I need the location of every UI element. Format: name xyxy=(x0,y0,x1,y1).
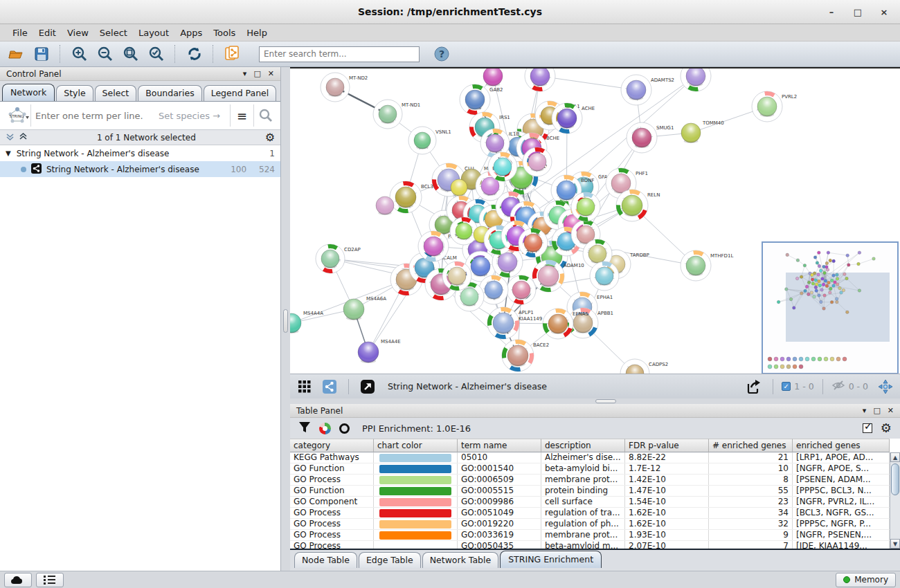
tab-style[interactable]: Style xyxy=(56,85,93,101)
hidden-eye-icon[interactable] xyxy=(831,380,845,393)
table-row[interactable]: GO FunctionGO:0001540beta-amyloid bi...1… xyxy=(290,463,900,475)
string-query-input[interactable] xyxy=(35,111,159,121)
network-node[interactable]: MS4A4E xyxy=(358,339,401,363)
panel-float-icon[interactable]: □ xyxy=(873,406,880,415)
table-row[interactable]: GO ProcessGO:0051049regulation of tra...… xyxy=(290,508,900,519)
zoom-out-icon[interactable] xyxy=(95,44,116,64)
scroll-up-icon[interactable]: ▲ xyxy=(890,452,900,462)
tab-string-enrichment[interactable]: STRING Enrichment xyxy=(500,551,602,568)
network-node[interactable]: BCL3 xyxy=(390,181,433,213)
menu-item-help[interactable]: Help xyxy=(241,26,273,40)
select-all-icon[interactable] xyxy=(863,423,872,433)
selected-checkbox-icon[interactable]: ✓ xyxy=(782,382,791,391)
horizontal-splitter[interactable] xyxy=(290,398,900,404)
string-logo-icon[interactable]: STRING xyxy=(3,104,31,127)
network-node[interactable]: TOMM40 xyxy=(681,120,724,143)
task-list-icon[interactable] xyxy=(36,573,64,587)
panel-close-icon[interactable]: ✕ xyxy=(888,406,894,415)
menu-item-layout[interactable]: Layout xyxy=(133,26,174,40)
splitter-handle[interactable] xyxy=(595,399,616,403)
zoom-fit-icon[interactable] xyxy=(120,44,141,64)
table-row[interactable]: GO ProcessGO:0050435beta-amyloid m...2.0… xyxy=(290,541,900,549)
filter-funnel-icon[interactable] xyxy=(298,421,311,436)
network-node[interactable]: GAB2 xyxy=(460,84,503,115)
menu-item-apps[interactable]: Apps xyxy=(174,26,208,40)
tab-node-table[interactable]: Node Table xyxy=(294,552,357,568)
share-blue-icon[interactable] xyxy=(319,377,340,396)
import-network-icon[interactable] xyxy=(222,44,243,64)
string-options-menu-icon[interactable]: ≡ xyxy=(230,104,253,127)
open-folder-icon[interactable] xyxy=(6,44,26,64)
network-panel-gear-icon[interactable]: ⚙ xyxy=(265,132,275,143)
column-header-3[interactable]: term name xyxy=(458,439,541,452)
help-icon[interactable]: ? xyxy=(431,44,452,64)
panel-collapse-icon[interactable]: ▾ xyxy=(863,406,867,415)
network-node[interactable]: PVRL2 xyxy=(752,91,797,122)
network-node[interactable]: ADAMTS2 xyxy=(621,75,674,105)
zoom-in-icon[interactable] xyxy=(69,44,90,64)
scroll-down-icon[interactable]: ▼ xyxy=(890,539,900,549)
expand-all-icon[interactable] xyxy=(19,132,28,143)
save-icon[interactable] xyxy=(31,44,52,64)
search-input[interactable] xyxy=(259,46,420,62)
tab-legend-panel[interactable]: Legend Panel xyxy=(204,85,277,101)
collection-expand-icon[interactable]: ▼ xyxy=(6,149,11,157)
column-header-7[interactable]: enriched genes xyxy=(793,439,890,452)
table-row[interactable]: GO FunctionGO:0005515protein binding1.47… xyxy=(290,486,900,497)
zoom-selected-icon[interactable] xyxy=(146,44,167,64)
network-node[interactable]: MT-ND2 xyxy=(321,73,368,102)
menu-item-tools[interactable]: Tools xyxy=(208,26,241,40)
network-node[interactable]: BACE2 xyxy=(502,340,549,371)
network-view[interactable]: MT-ND2MT-ND1VSNL1GAB2IRS1CHATABCA1ACHETN… xyxy=(290,67,900,374)
network-node[interactable] xyxy=(483,68,503,86)
column-header-1[interactable]: category xyxy=(290,439,374,452)
scrollbar-thumb[interactable] xyxy=(891,463,899,495)
table-row[interactable]: GO ProcessGO:0019220regulation of ph...1… xyxy=(290,519,900,530)
column-header-4[interactable]: description xyxy=(541,439,625,452)
tab-select[interactable]: Select xyxy=(95,85,137,101)
tab-edge-table[interactable]: Edge Table xyxy=(359,552,421,568)
network-node[interactable]: MS4A6A xyxy=(343,296,386,320)
menu-item-view[interactable]: View xyxy=(62,26,94,40)
birdseye-view[interactable] xyxy=(762,241,899,374)
cloud-icon[interactable] xyxy=(4,573,32,587)
menu-item-file[interactable]: File xyxy=(7,26,33,40)
enrichment-settings-gear-icon[interactable]: ⚙ xyxy=(881,422,892,434)
maximize-button[interactable]: □ xyxy=(853,7,863,17)
column-header-5[interactable]: FDR p-value xyxy=(625,439,709,452)
network-node[interactable] xyxy=(376,196,394,215)
network-node[interactable]: RELN xyxy=(616,190,660,221)
tab-boundaries[interactable]: Boundaries xyxy=(138,85,201,101)
close-button[interactable]: × xyxy=(879,7,889,17)
network-node[interactable] xyxy=(450,217,478,245)
table-row[interactable]: GO ProcessGO:0033619membrane prot...1.93… xyxy=(290,530,900,541)
table-row[interactable]: GO ComponentGO:0009986cell surface1.54E-… xyxy=(290,497,900,508)
network-row[interactable]: String Network - Alzheimer's disease 100… xyxy=(0,161,280,177)
splitter-handle[interactable] xyxy=(283,309,288,333)
column-header-2[interactable]: chart color xyxy=(374,439,458,452)
tab-network-table[interactable]: Network Table xyxy=(422,552,499,568)
reset-charts-icon[interactable] xyxy=(339,423,350,434)
panel-collapse-icon[interactable]: ▾ xyxy=(243,69,247,78)
network-node[interactable] xyxy=(681,68,711,91)
network-node[interactable]: MTHFD1L xyxy=(681,250,733,281)
network-node[interactable]: CD2AP xyxy=(316,244,361,273)
collapse-all-icon[interactable] xyxy=(6,132,15,143)
panel-float-icon[interactable]: □ xyxy=(253,69,260,78)
open-window-icon[interactable] xyxy=(357,377,378,396)
network-node[interactable] xyxy=(525,68,555,91)
draw-charts-icon[interactable] xyxy=(319,423,331,434)
set-species-label[interactable]: Set species → xyxy=(159,111,220,121)
minimize-button[interactable]: – xyxy=(827,7,836,17)
memory-button[interactable]: Memory xyxy=(836,573,896,587)
menu-item-select[interactable]: Select xyxy=(94,26,133,40)
table-row[interactable]: GO ProcessGO:0006509membrane prot...1.42… xyxy=(290,475,900,486)
column-header-6[interactable]: # enriched genes xyxy=(709,439,793,452)
panel-splitter[interactable] xyxy=(281,67,290,571)
string-search-icon[interactable] xyxy=(253,104,277,127)
panel-close-icon[interactable]: ✕ xyxy=(268,69,274,78)
table-row[interactable]: KEGG Pathways05010Alzheimer's dise...8.8… xyxy=(290,452,900,463)
network-node[interactable]: SMUG1 xyxy=(627,122,674,153)
table-scrollbar[interactable]: ▲ ▼ xyxy=(890,452,900,549)
network-node[interactable]: MS4A4A xyxy=(290,311,323,333)
